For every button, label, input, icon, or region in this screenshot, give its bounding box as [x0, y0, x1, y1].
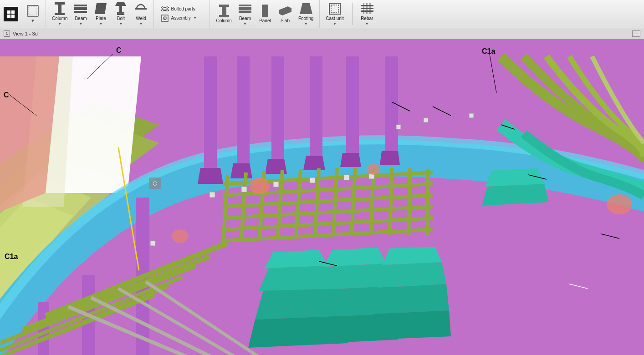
svg-rect-113: [310, 178, 315, 183]
slab-concrete-button[interactable]: Slab: [275, 1, 295, 27]
svg-rect-5: [29, 7, 37, 15]
svg-rect-10: [74, 5, 87, 6]
cast-unit-button[interactable]: Cast unit ▼: [322, 1, 347, 27]
bolted-parts-label: Bolted parts: [171, 6, 195, 11]
svg-rect-2: [7, 15, 10, 18]
svg-rect-9: [74, 7, 87, 10]
bolt-steel-arrow: ▼: [119, 22, 123, 25]
svg-text:C: C: [4, 91, 9, 99]
svg-rect-43: [369, 3, 371, 14]
panel-concrete-button[interactable]: Panel: [255, 1, 275, 27]
column-steel-icon: [53, 2, 66, 15]
footing-concrete-arrow: ▼: [304, 22, 307, 25]
svg-rect-111: [241, 187, 247, 192]
svg-rect-53: [204, 56, 217, 175]
cast-unit-group: Cast unit ▼: [320, 0, 350, 28]
svg-point-26: [164, 18, 165, 19]
svg-point-21: [166, 6, 168, 8]
slab-concrete-icon: [279, 5, 291, 17]
plate-steel-arrow: ▼: [99, 22, 102, 25]
svg-marker-59: [198, 168, 223, 184]
svg-rect-8: [55, 13, 65, 15]
svg-rect-31: [239, 5, 251, 6]
svg-rect-16: [117, 14, 124, 15]
plate-steel-button[interactable]: Plate ▼: [91, 1, 111, 27]
svg-marker-64: [380, 151, 400, 165]
svg-rect-14: [119, 6, 122, 12]
plate-steel-icon: [94, 3, 107, 15]
svg-point-123: [367, 164, 380, 175]
select-button[interactable]: ▼: [23, 1, 43, 27]
svg-marker-99: [482, 184, 549, 206]
weld-steel-icon: [134, 3, 147, 15]
rebar-button[interactable]: Rebar ▼: [357, 1, 377, 27]
footing-concrete-label: Footing: [298, 16, 313, 21]
svg-marker-86: [264, 250, 328, 269]
weld-steel-button[interactable]: Weld ▼: [131, 1, 151, 27]
bolted-parts-row: Bolted parts: [161, 6, 195, 12]
svg-rect-57: [346, 56, 359, 157]
svg-marker-90: [323, 248, 386, 267]
column-concrete-button[interactable]: Column: [213, 1, 235, 27]
svg-rect-28: [219, 5, 229, 7]
toolbar-separator: [352, 3, 353, 25]
beam-concrete-arrow: ▼: [243, 22, 246, 25]
svg-text:⬡: ⬡: [153, 180, 157, 187]
rebar-icon: [361, 3, 373, 15]
beam-steel-button[interactable]: Beam ▼: [71, 1, 91, 27]
assembly-dropdown-arrow: ▼: [194, 16, 197, 20]
beam-steel-arrow: ▼: [79, 22, 82, 25]
svg-rect-56: [310, 56, 322, 161]
svg-rect-33: [262, 5, 268, 17]
svg-text:C1a: C1a: [482, 47, 495, 55]
svg-marker-12: [95, 3, 107, 14]
select-group: ▼: [20, 0, 46, 28]
svg-rect-1: [11, 10, 15, 14]
svg-line-78: [409, 168, 410, 235]
svg-rect-11: [74, 11, 87, 13]
svg-marker-97: [367, 310, 451, 340]
svg-point-22: [162, 9, 164, 11]
select-icon: [26, 5, 39, 17]
svg-line-77: [390, 168, 392, 235]
assembly-label: Assembly: [171, 15, 190, 20]
concrete-group: Column Beam ▼ Panel: [210, 0, 320, 28]
column-steel-arrow: ▼: [58, 22, 61, 25]
svg-rect-37: [331, 5, 338, 12]
weld-steel-label: Weld: [136, 16, 146, 21]
bolt-steel-icon: [114, 2, 127, 15]
svg-point-23: [166, 9, 168, 11]
3d-canvas[interactable]: ⬡ C C C1a C1a: [0, 39, 644, 355]
column-steel-label: Column: [52, 16, 67, 21]
footing-concrete-button[interactable]: Footing ▼: [295, 1, 317, 27]
main-toolbar: ▼ Column ▼ B: [0, 0, 644, 28]
cast-unit-icon: [328, 2, 341, 15]
beam-concrete-button[interactable]: Beam ▼: [235, 1, 255, 27]
beam-concrete-label: Beam: [239, 16, 251, 21]
svg-rect-41: [363, 3, 364, 14]
bolted-assembly-group: Bolted parts Assembly ▼: [154, 0, 210, 28]
plate-steel-label: Plate: [96, 16, 106, 21]
svg-point-121: [172, 229, 188, 243]
svg-rect-112: [273, 182, 279, 187]
rebar-arrow: ▼: [365, 22, 368, 25]
svg-point-120: [250, 178, 270, 194]
svg-rect-30: [239, 7, 251, 10]
svg-marker-94: [383, 247, 442, 265]
svg-rect-4: [27, 5, 38, 16]
column-steel-button[interactable]: Column ▼: [49, 1, 71, 27]
svg-rect-117: [424, 118, 428, 122]
cast-unit-label: Cast unit: [326, 16, 343, 21]
svg-rect-17: [135, 8, 147, 10]
svg-rect-3: [11, 15, 15, 18]
svg-rect-42: [366, 3, 368, 14]
app-start-button[interactable]: [4, 7, 18, 21]
assembly-row: Assembly ▼: [161, 14, 196, 22]
panel-concrete-icon: [259, 5, 271, 17]
beam-concrete-icon: [239, 3, 251, 15]
view-minimize-button[interactable]: —: [632, 30, 640, 37]
bolt-steel-button[interactable]: Bolt ▼: [111, 1, 131, 27]
svg-rect-58: [385, 56, 398, 154]
svg-line-79: [427, 169, 428, 236]
bolted-assembly-button[interactable]: Bolted parts Assembly ▼: [157, 1, 207, 27]
